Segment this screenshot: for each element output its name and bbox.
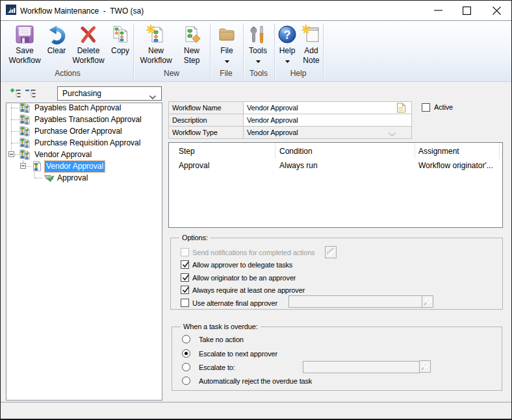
lookup-icon xyxy=(422,296,433,307)
app-icon xyxy=(6,5,16,15)
chevron-down-icon xyxy=(389,130,396,139)
step-cell[interactable]: Approval xyxy=(179,161,209,170)
auto-reject-label: Automatically reject the overdue task xyxy=(199,377,312,386)
tree-item[interactable]: Vendor Approval xyxy=(34,149,92,160)
tree-item[interactable]: Purchase Requisition Approval xyxy=(34,138,140,149)
condition-cell[interactable]: Always run xyxy=(279,161,318,170)
window-title: Workflow Maintenance - TWO (sa) xyxy=(20,6,144,16)
workflow-type-icon xyxy=(19,103,30,113)
take-no-action-label: Take no action xyxy=(199,336,244,344)
workflow-type-icon xyxy=(19,114,30,125)
escalate-to-field[interactable] xyxy=(303,361,420,373)
button-label: Workflow xyxy=(67,56,110,66)
expansion-icon xyxy=(326,247,336,258)
escalate-next-approver-label: Escalate to next approver xyxy=(199,350,277,358)
workflow-name-field[interactable]: Vendor Approval xyxy=(244,102,411,114)
description-field[interactable]: Vendor Approval xyxy=(244,114,411,126)
description-value: Vendor Approval xyxy=(247,116,298,124)
allow-delegate-checkbox[interactable] xyxy=(181,260,189,269)
escalate-to-radio[interactable] xyxy=(182,363,190,371)
new-step-icon xyxy=(181,24,202,45)
tree-item-selected[interactable]: Vendor Approval xyxy=(45,161,105,172)
tree-expander-collapse[interactable] xyxy=(8,151,14,157)
category-dropdown[interactable]: Purchasing xyxy=(57,86,162,101)
alternate-approver-field[interactable] xyxy=(288,295,422,308)
active-label: Active xyxy=(434,103,453,112)
tree-item[interactable]: Payables Batch Approval xyxy=(34,103,121,114)
note-button[interactable] xyxy=(396,103,407,113)
category-dropdown-value: Purchasing xyxy=(62,89,101,98)
chevron-down-icon xyxy=(149,92,156,101)
allow-delegate-label: Allow approver to delegate tasks xyxy=(192,261,292,269)
delete-icon xyxy=(78,24,99,45)
toolbar: Save Workflow Clear xyxy=(1,21,511,82)
workflow-name-value: Vendor Approval xyxy=(247,104,298,112)
note-icon xyxy=(396,103,407,113)
description-label: Description xyxy=(172,114,207,126)
workflow-type-value: Vendor Approval xyxy=(247,129,298,136)
steps-grid: Step Condition Assignment Approval Alway… xyxy=(168,142,503,228)
escalate-to-label: Escalate to: xyxy=(199,364,235,372)
copy-icon xyxy=(110,24,131,45)
collapse-all-button[interactable] xyxy=(24,87,37,100)
send-notifications-label: Send notifications for completed actions xyxy=(192,249,314,257)
column-header-assignment[interactable]: Assignment xyxy=(418,147,459,156)
escalate-to-lookup-button[interactable] xyxy=(419,360,431,373)
column-header-step[interactable]: Step xyxy=(179,147,195,156)
tree-connector xyxy=(34,172,35,178)
lookup-icon xyxy=(420,361,430,372)
close-icon xyxy=(493,6,501,15)
workflow-name-label: Workflow Name xyxy=(172,102,221,114)
tree-connector xyxy=(11,143,19,143)
allow-originator-checkbox[interactable] xyxy=(181,273,189,282)
tree-item[interactable]: Payables Transaction Approval xyxy=(34,114,142,125)
maximize-button[interactable] xyxy=(454,1,480,20)
file-icon xyxy=(216,24,237,45)
expand-all-icon xyxy=(9,87,22,100)
tree-connector xyxy=(11,131,19,132)
tree-item[interactable]: Purchase Order Approval xyxy=(34,126,122,137)
workflow-type-icon xyxy=(19,126,30,136)
tree-item[interactable]: Approval xyxy=(57,173,88,184)
maximize-icon xyxy=(463,6,471,15)
active-checkbox[interactable] xyxy=(422,103,430,112)
expand-all-button[interactable] xyxy=(9,87,22,100)
take-no-action-radio[interactable] xyxy=(182,335,190,343)
auto-reject-radio[interactable] xyxy=(182,377,190,385)
tree-connector xyxy=(34,178,42,179)
alternate-approver-label: Use alternate final approver xyxy=(192,299,277,308)
escalate-next-approver-radio[interactable] xyxy=(182,349,190,358)
workflow-type-icon xyxy=(19,149,30,160)
assignment-cell[interactable]: Workflow originator'... xyxy=(418,161,493,170)
clear-icon xyxy=(46,24,67,45)
toolbar-group-caption: Actions xyxy=(38,69,97,78)
titlebar: Workflow Maintenance - TWO (sa) xyxy=(1,1,511,21)
button-label: Add xyxy=(290,46,333,56)
tree-expander-collapse[interactable] xyxy=(20,163,26,169)
collapse-all-icon xyxy=(24,87,37,100)
allow-originator-label: Allow originator to be an approver xyxy=(192,274,296,282)
column-separator xyxy=(499,143,500,159)
tree-connector xyxy=(27,166,31,167)
alternate-approver-lookup-button[interactable] xyxy=(422,295,433,308)
workflow-type-dropdown[interactable]: Vendor Approval xyxy=(244,127,411,138)
column-separator xyxy=(415,143,415,159)
tree-connector xyxy=(11,105,12,154)
minimize-button[interactable] xyxy=(425,1,451,20)
column-separator xyxy=(275,143,275,159)
save-icon xyxy=(14,24,35,45)
workflow-type-icon xyxy=(19,138,30,148)
close-button[interactable] xyxy=(483,1,509,20)
step-icon xyxy=(44,173,54,183)
alternate-approver-checkbox[interactable] xyxy=(181,299,189,307)
workflow-maintenance-window: Workflow Maintenance - TWO (sa) xyxy=(0,0,512,420)
workflow-form: Workflow Name Description Workflow Type … xyxy=(168,101,412,139)
add-note-button[interactable]: Add Note xyxy=(290,23,333,66)
notification-expansion-button[interactable] xyxy=(325,246,337,258)
require-one-approver-checkbox[interactable] xyxy=(181,286,189,294)
send-notifications-checkbox[interactable] xyxy=(181,248,189,256)
minimize-icon xyxy=(434,10,442,11)
overdue-group-title: When a task is overdue: xyxy=(181,323,261,330)
column-header-condition[interactable]: Condition xyxy=(279,147,313,156)
tree-connector xyxy=(15,154,19,155)
